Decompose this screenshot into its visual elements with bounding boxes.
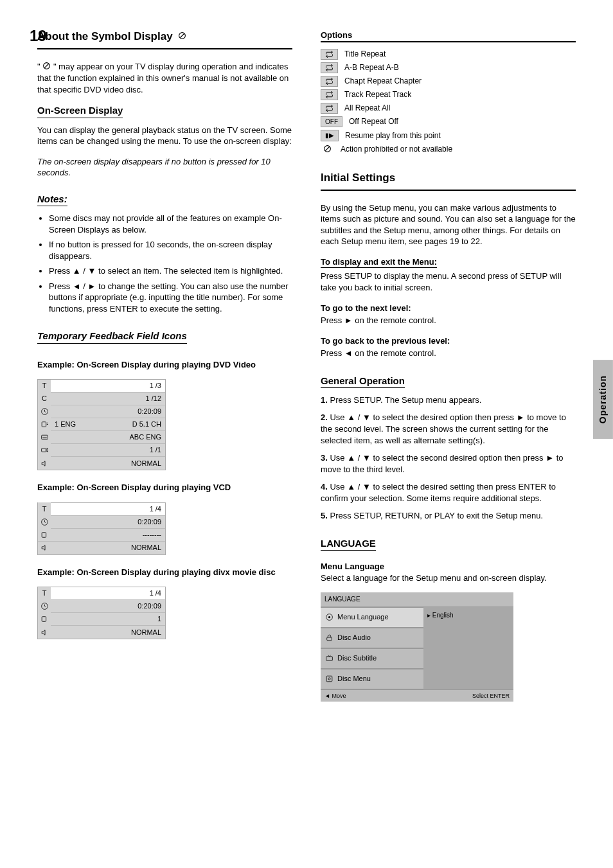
svg-rect-8 (41, 448, 46, 452)
osd-row: 0:20:09 (38, 516, 165, 529)
step: 5. Press SETUP, RETURN, or PLAY to exit … (321, 510, 576, 522)
setup-item-menu-language[interactable]: Menu Language (321, 607, 423, 628)
setup-footer-select: Select ENTER (472, 692, 510, 700)
setup-value: English (432, 612, 454, 619)
language-icon (321, 613, 337, 621)
note-item: Some discs may not provide all of the fe… (49, 213, 292, 235)
audio-icon (38, 613, 51, 626)
resume-icon: ▮▶ (321, 130, 339, 141)
osd-row: -------- (38, 529, 165, 542)
prohibit-icon (42, 62, 51, 73)
setup-item-disc-menu[interactable]: Disc Menu (321, 669, 423, 689)
osd-row: 0:20:09 (38, 600, 165, 613)
prev-level-heading: To go back to the previous level: (321, 335, 576, 347)
note-item: If no button is pressed for 10 seconds, … (49, 239, 292, 261)
title-icon: T (38, 587, 51, 600)
side-tab-operation: Operation (593, 360, 613, 439)
menu-language-para: Select a language for the Setup menu and… (321, 572, 576, 584)
prohibit-icon (321, 144, 334, 154)
osd-vcd-box: T1 /4 0:20:09 -------- NORMAL (37, 502, 166, 555)
osd-row: NORMAL (38, 542, 165, 554)
setup-item-disc-audio[interactable]: Disc Audio (321, 628, 423, 648)
osd-row: 1 (38, 613, 165, 626)
language-heading: LANGUAGE (321, 537, 376, 551)
setup-title: LANGUAGE (324, 595, 360, 604)
osd-row: ABC ENG (38, 431, 165, 444)
setup-item-disc-subtitle[interactable]: Disc Subtitle (321, 648, 423, 669)
step: 2. Use ▲ / ▼ to select the desired optio… (321, 412, 576, 446)
osd-row: 0:20:09 (38, 405, 165, 418)
step: 4. Use ▲ / ▼ to select the desired setti… (321, 481, 576, 504)
speaker-icon (38, 542, 51, 554)
prev-level-para: Press ◄ on the remote control. (321, 348, 576, 359)
display-exit-para: Press SETUP to display the menu. A secon… (321, 270, 576, 293)
osd-row: NORMAL (38, 626, 165, 639)
repeat-icon (321, 62, 338, 73)
clock-icon (38, 405, 51, 418)
dvd-example-title: Example: On-Screen Display during playin… (37, 360, 256, 369)
feedback-icons-heading: Temporary Feedback Field Icons (37, 330, 187, 343)
general-operation-heading: General Operation (321, 375, 405, 388)
note-item: Press ◄ / ► to change the setting. You c… (49, 281, 292, 315)
repeat-icon (321, 89, 338, 100)
options-list: Title Repeat A-B Repeat A-B Chapt Repeat… (321, 49, 576, 154)
menu-language-heading: Menu Language (321, 561, 576, 572)
lock-icon (321, 633, 337, 642)
osd-row: T1 /4 (38, 587, 165, 600)
symbol-display-heading: About the Symbol Display (37, 30, 292, 44)
display-icon (321, 675, 337, 683)
svg-rect-6 (41, 436, 48, 440)
osd-row: T1 /4 (38, 503, 165, 516)
subtitle-icon (38, 431, 51, 444)
osd-para: You can display the general playback sta… (37, 125, 292, 147)
clock-icon (38, 515, 51, 528)
osd-row: NORMAL (38, 457, 165, 470)
left-column: About the Symbol Display " " may appear … (37, 26, 292, 702)
osd-row: C1 /12 (38, 393, 165, 405)
osd-timeout: The on-screen display disappears if no b… (37, 156, 292, 179)
osd-heading: On-Screen Display (37, 104, 123, 118)
speaker-icon (38, 457, 51, 470)
chevron-right-icon: ▸ (427, 612, 431, 619)
svg-rect-10 (42, 533, 46, 538)
right-column: Options Title Repeat A-B Repeat A-B Chap… (321, 26, 576, 702)
svg-line-1 (181, 33, 185, 38)
clock-icon (38, 600, 51, 613)
step: 3. Use ▲ / ▼ to select the second desire… (321, 452, 576, 475)
prohibit-icon (178, 30, 186, 44)
notes-list: Some discs may not provide all of the fe… (37, 213, 292, 314)
setup-footer-move: ◄ Move (324, 692, 346, 700)
repeat-icon (321, 103, 338, 114)
repeat-off-icon: OFF (321, 116, 342, 128)
symbol-display-para: " " may appear on your TV display during… (37, 61, 292, 95)
title-icon: T (38, 502, 51, 515)
svg-rect-19 (326, 676, 332, 682)
osd-dvd-box: T1 /3 C1 /12 0:20:09 1 ENGD 5.1 CH ABC E… (37, 379, 166, 470)
repeat-icon (321, 49, 338, 60)
note-item: Press ▲ / ▼ to select an item. The selec… (49, 265, 292, 277)
osd-row: T1 /3 (38, 380, 165, 393)
display-exit-heading: To display and exit the Menu: (321, 256, 437, 269)
audio-icon (38, 528, 51, 541)
setup-menu-box: LANGUAGE Menu Language Disc Audio Disc S… (321, 592, 513, 702)
title-icon: T (38, 380, 51, 393)
svg-line-3 (45, 64, 49, 68)
svg-line-14 (325, 146, 330, 151)
options-header: Options (321, 30, 576, 41)
tv-icon (321, 654, 337, 662)
divx-example-title: Example: On-Screen Display during playin… (37, 567, 276, 577)
vcd-example-title: Example: On-Screen Display during playin… (37, 483, 231, 492)
svg-rect-17 (326, 637, 332, 641)
svg-point-20 (328, 678, 330, 680)
repeat-icon (321, 76, 338, 87)
svg-rect-5 (42, 422, 46, 427)
svg-point-16 (328, 616, 330, 618)
next-level-para: Press ► on the remote control. (321, 315, 576, 326)
svg-rect-18 (326, 657, 332, 660)
osd-divx-box: T1 /4 0:20:09 1 NORMAL (37, 587, 166, 639)
initial-settings-para: By using the Setup menu, you can make va… (321, 202, 576, 247)
initial-settings-heading: Initial Settings (321, 171, 576, 186)
chapter-icon: C (38, 393, 51, 405)
notes-heading: Notes: (37, 193, 67, 206)
svg-rect-12 (42, 617, 46, 622)
